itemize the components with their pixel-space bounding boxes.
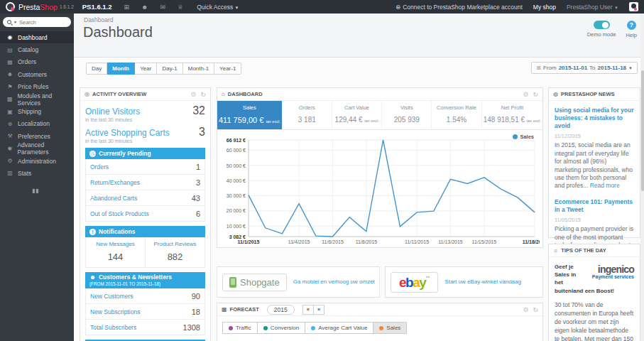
sidebar-item-localization[interactable]: ⊕Localization (0, 118, 74, 130)
breadcrumb[interactable]: Dashboard (84, 16, 114, 23)
sidebar-item-stats[interactable]: ▥Stats (0, 167, 74, 179)
price-rules-icon: ⚑ (6, 84, 13, 90)
shopgate-ad[interactable]: Shopgate Ga mobiel en verhoog uw omzet (217, 266, 380, 298)
sidebar-item-price-rules[interactable]: ⚑Price Rules (0, 81, 74, 93)
administration-icon: ⚙ (6, 158, 13, 164)
sidebar-item-modules[interactable]: ▩Modules and Services (0, 93, 74, 105)
trophy-icon[interactable]: ♕ (178, 4, 183, 11)
sidebar-item-dashboard[interactable]: ◉Dashboard (0, 31, 74, 43)
mail-icon[interactable]: ✉ (160, 4, 166, 11)
sales-chart-svg: 66 912 €60 000 €50 000 €40 000 €30 000 €… (219, 131, 540, 248)
panel-title: PRESTASHOP NEWS (561, 91, 615, 97)
kpi-tab-visits[interactable]: Visits205 939 (381, 101, 431, 129)
marketplace-link[interactable]: ⊕Connect to PrestaShop Marketplace accou… (395, 4, 523, 11)
svg-text:11/11/2015: 11/11/2015 (405, 239, 429, 244)
tip-content: ingenico Payment services Geef je Sales … (549, 257, 640, 341)
main-area: Dashboard Dashboard Demo mode ? Help Day… (74, 13, 644, 341)
news-article: Using social media for your business: 4 … (549, 101, 640, 193)
sidebar-collapse-icon[interactable]: ▮▮ (0, 180, 74, 194)
advanced-parameters-icon: ✱ (6, 146, 13, 152)
customer-icon[interactable]: ☻ (141, 4, 148, 11)
svg-text:11/18/2015: 11/18/2015 (523, 239, 540, 244)
middle-column: ⌂ DASHBOARD ⚙↻ Sales411 759,00 € tax exc… (217, 87, 543, 341)
refresh-icon[interactable]: ↻ (533, 306, 538, 313)
sidebar-item-preferences[interactable]: ⚒Preferences (0, 130, 74, 142)
pending-row-orders: Orders1 (85, 159, 205, 175)
svg-text:11/1/2015: 11/1/2015 (238, 239, 260, 244)
topbar: PrestaShop 1.6.1.2 PS1.6.1.2 ⊞ ☻ ✉ ♕ Qui… (0, 0, 644, 13)
chevron-down-icon: ▼ (235, 6, 239, 10)
refresh-icon[interactable]: ↻ (533, 91, 538, 98)
search-input[interactable] (19, 19, 60, 26)
kpi-tab-cart-value[interactable]: Cart Value129,44 € tax excl. (332, 101, 381, 129)
ebay-ad[interactable]: ebay™ Start uw eBay-winkel vandaag (385, 266, 543, 298)
filter-year-button[interactable]: Year (135, 63, 157, 75)
news-article-title[interactable]: Ecommerce 101: Payments in a Tweet (555, 198, 634, 214)
svg-text:66 912 €: 66 912 € (227, 138, 246, 143)
demo-mode-toggle[interactable] (594, 21, 610, 29)
pending-row-abandoned-carts: Abandoned Carts43 (85, 190, 205, 206)
sidebar-item-catalog[interactable]: ▤Catalog (0, 43, 74, 55)
scrollbar[interactable] (640, 13, 644, 341)
sidebar-item-orders[interactable]: ▦Orders (0, 56, 74, 68)
product-reviews-cell[interactable]: Product Reviews882 (145, 237, 204, 267)
new-messages-cell[interactable]: New Messages144 (86, 237, 145, 267)
brand: PrestaShop (18, 3, 58, 11)
search-scope-caret-icon[interactable]: ▼ (13, 20, 17, 24)
chart-legend[interactable]: Sales (513, 134, 534, 140)
forecast-next-button[interactable]: » (314, 305, 324, 315)
online-visitors-value: 32 (192, 104, 205, 117)
forecast-prev-button[interactable]: « (302, 305, 314, 315)
read-more-link[interactable]: Read more (590, 182, 620, 189)
content: Day Month Year Day-1 Month-1 Year-1 ⊞ Fr… (74, 57, 644, 341)
shopgate-ad-link[interactable]: Ga mobiel en verhoog uw omzet (293, 278, 379, 286)
forecast-legend-average-cart-value[interactable]: Average Cart Value (305, 322, 373, 334)
person-icon: ☻ (89, 274, 96, 281)
kpi-tab-net-profit[interactable]: Net Profit148 918,51 € tax excl. (481, 101, 542, 129)
pending-row-returns: Return/Exchanges3 (85, 175, 205, 190)
clock-icon: ◷ (89, 151, 96, 157)
svg-text:20 000 €: 20 000 € (227, 208, 246, 213)
forecast-year[interactable]: 2015 (267, 305, 295, 315)
forecast-legend-sales[interactable]: Sales (373, 322, 407, 334)
sidebar-item-administration[interactable]: ⚙Administration (0, 155, 74, 167)
kpi-tab-conversion-rate[interactable]: Conversion Rate1.54% (431, 101, 481, 129)
ebay-ad-link[interactable]: Start uw eBay-winkel vandaag (444, 278, 525, 286)
filter-day-button[interactable]: Day (86, 63, 107, 75)
shopgate-phone-icon (229, 277, 236, 288)
sidebar-item-customers[interactable]: ☻Customers (0, 68, 74, 80)
sidebar-item-shipping[interactable]: ▣Shipping (0, 105, 74, 117)
link-icon: ⊕ (395, 4, 400, 11)
kpi-tab-sales[interactable]: Sales411 759,00 € tax excl. (217, 101, 282, 129)
sidebar-item-advanced-parameters[interactable]: ✱Advanced Parameters (0, 143, 74, 155)
filter-day-1-button[interactable]: Day-1 (157, 63, 182, 75)
help-icon[interactable]: ? (627, 21, 636, 30)
active-carts-link[interactable]: Active Shopping Carts (85, 128, 170, 138)
filter-month-button[interactable]: Month (107, 63, 135, 75)
forecast-legend-traffic[interactable]: Traffic (222, 322, 258, 334)
version-label: 1.6.1.2 (60, 4, 74, 9)
filter-month-1-button[interactable]: Month-1 (183, 63, 214, 75)
user-avatar[interactable] (629, 2, 638, 11)
date-range-button[interactable]: ⊞ From2015-11-01 To2015-11-18 ▼ (531, 62, 638, 74)
svg-text:40 000 €: 40 000 € (227, 178, 246, 183)
preferences-icon: ⚒ (6, 133, 13, 139)
cart-icon[interactable]: ⊞ (124, 4, 130, 11)
news-article-title[interactable]: Using social media for your business: 4 … (555, 107, 634, 130)
user-menu[interactable]: PrestaShop User ▼ (567, 4, 618, 11)
my-shop-link[interactable]: My shop (533, 4, 556, 11)
scrollbar-thumb[interactable] (641, 70, 644, 191)
forecast-legend-conversion[interactable]: Conversion (258, 322, 305, 334)
panel-title: DASHBOARD (228, 91, 263, 97)
customers-icon: ☻ (6, 71, 13, 77)
rss-icon: ◍ (553, 91, 558, 97)
quick-access-menu[interactable]: Quick Access ▼ (197, 4, 239, 11)
sidebar-search[interactable]: ▼ (3, 17, 71, 27)
gear-icon[interactable]: ⚙ (523, 91, 528, 98)
refresh-icon[interactable]: ↻ (200, 91, 206, 98)
filter-year-1-button[interactable]: Year-1 (214, 63, 241, 75)
gear-icon[interactable]: ⚙ (190, 91, 196, 98)
online-visitors-link[interactable]: Online Visitors (85, 107, 140, 117)
kpi-tab-orders[interactable]: Orders3 181 (282, 101, 332, 129)
gear-icon[interactable]: ⚙ (523, 306, 528, 313)
